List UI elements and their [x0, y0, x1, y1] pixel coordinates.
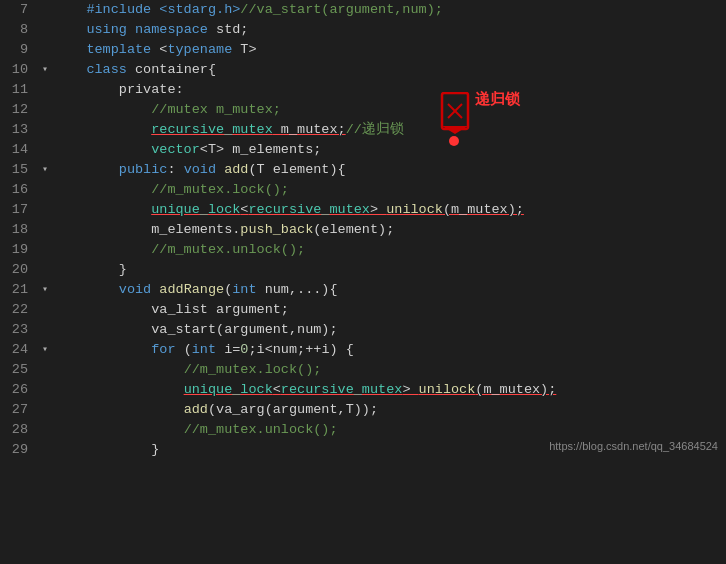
code-line: 8 using namespace std; [0, 20, 726, 40]
collapse-arrow-icon[interactable]: ▾ [38, 60, 52, 80]
line-number: 28 [0, 420, 38, 440]
code-line: 13 recursive_mutex m_mutex;//递归锁 [0, 120, 726, 140]
code-line: 15▾ public: void add(T element){ [0, 160, 726, 180]
code-text: void addRange(int num,...){ [52, 280, 726, 300]
line-number: 27 [0, 400, 38, 420]
code-line: 12 //mutex m_mutex; [0, 100, 726, 120]
line-number: 10 [0, 60, 38, 80]
code-text: add(va_arg(argument,T)); [52, 400, 726, 420]
line-number: 11 [0, 80, 38, 100]
line-number: 9 [0, 40, 38, 60]
code-text: m_elements.push_back(element); [52, 220, 726, 240]
code-line: 27 add(va_arg(argument,T)); [0, 400, 726, 420]
line-number: 24 [0, 340, 38, 360]
code-text: class container{ [52, 60, 726, 80]
chinese-annotation-label: 递归锁 [475, 90, 520, 109]
code-line: 23 va_start(argument,num); [0, 320, 726, 340]
line-number: 12 [0, 100, 38, 120]
code-text: //m_mutex.lock(); [52, 180, 726, 200]
code-text: va_start(argument,num); [52, 320, 726, 340]
code-text: //mutex m_mutex; [52, 100, 726, 120]
code-line: 24▾ for (int i=0;i<num;++i) { [0, 340, 726, 360]
line-number: 19 [0, 240, 38, 260]
line-number: 18 [0, 220, 38, 240]
line-number: 16 [0, 180, 38, 200]
collapse-arrow-icon[interactable]: ▾ [38, 280, 52, 300]
code-line: 19 //m_mutex.unlock(); [0, 240, 726, 260]
code-text: recursive_mutex m_mutex;//递归锁 [52, 120, 726, 140]
line-number: 20 [0, 260, 38, 280]
code-text: //m_mutex.lock(); [52, 360, 726, 380]
code-line: 22 va_list argument; [0, 300, 726, 320]
collapse-arrow-icon[interactable]: ▾ [38, 160, 52, 180]
code-text: template <typename T> [52, 40, 726, 60]
code-editor: 7 #include <stdarg.h>//va_start(argument… [0, 0, 726, 460]
code-line: 9 template <typename T> [0, 40, 726, 60]
line-number: 14 [0, 140, 38, 160]
line-number: 21 [0, 280, 38, 300]
code-line: 11 private: [0, 80, 726, 100]
line-number: 13 [0, 120, 38, 140]
bookmark-annotation [440, 92, 470, 134]
collapse-arrow-icon[interactable]: ▾ [38, 340, 52, 360]
code-line: 17 unique_lock<recursive_mutex> unilock(… [0, 200, 726, 220]
code-text: vector<T> m_elements; [52, 140, 726, 160]
line-number: 29 [0, 440, 38, 460]
code-line: 26 unique_lock<recursive_mutex> unilock(… [0, 380, 726, 400]
code-line: 16 //m_mutex.lock(); [0, 180, 726, 200]
code-text: unique_lock<recursive_mutex> unilock(m_m… [52, 200, 726, 220]
line-number: 7 [0, 0, 38, 20]
code-line: 20 } [0, 260, 726, 280]
line-number: 15 [0, 160, 38, 180]
code-line: 28 //m_mutex.unlock(); [0, 420, 726, 440]
code-line: 10▾ class container{ [0, 60, 726, 80]
code-text: public: void add(T element){ [52, 160, 726, 180]
watermark: https://blog.csdn.net/qq_34684524 [549, 440, 718, 452]
code-text: //m_mutex.unlock(); [52, 240, 726, 260]
code-text: private: [52, 80, 726, 100]
code-line: 21▾ void addRange(int num,...){ [0, 280, 726, 300]
code-text: #include <stdarg.h>//va_start(argument,n… [52, 0, 726, 20]
code-line: 18 m_elements.push_back(element); [0, 220, 726, 240]
code-text: for (int i=0;i<num;++i) { [52, 340, 726, 360]
red-dot-annotation [449, 136, 459, 146]
line-number: 25 [0, 360, 38, 380]
code-line: 7 #include <stdarg.h>//va_start(argument… [0, 0, 726, 20]
code-text: using namespace std; [52, 20, 726, 40]
line-number: 26 [0, 380, 38, 400]
code-text: unique_lock<recursive_mutex> unilock(m_m… [52, 380, 726, 400]
line-number: 22 [0, 300, 38, 320]
code-text: //m_mutex.unlock(); [52, 420, 726, 440]
line-number: 17 [0, 200, 38, 220]
code-line: 25 //m_mutex.lock(); [0, 360, 726, 380]
line-number: 8 [0, 20, 38, 40]
code-line: 14 vector<T> m_elements; [0, 140, 726, 160]
code-text: va_list argument; [52, 300, 726, 320]
code-text: } [52, 260, 726, 280]
line-number: 23 [0, 320, 38, 340]
